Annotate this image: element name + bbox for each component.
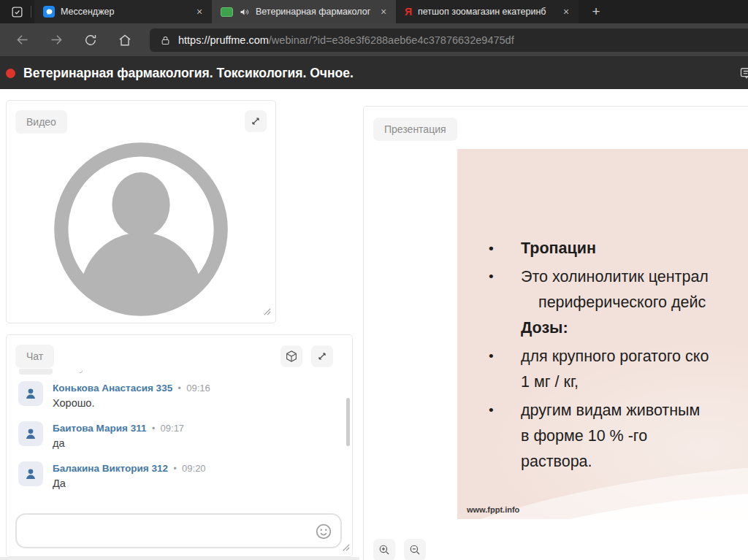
chat-message: Конькова Анастасия 335 • 09:16 Хорошо. xyxy=(18,381,337,409)
slide-text: Это холинолитик централ xyxy=(521,266,709,287)
chat-message: Баитова Мария 311 • 09:17 да xyxy=(18,421,337,449)
forward-icon[interactable] xyxy=(44,28,69,53)
yandex-icon: Я xyxy=(405,6,412,18)
tab-webinar-active[interactable]: Ветеринарная фармаколог × xyxy=(212,0,396,23)
user-avatar-icon xyxy=(18,461,43,486)
tab-close-icon[interactable]: × xyxy=(377,5,390,18)
video-panel-label: Видео xyxy=(15,110,67,134)
slide-text: для крупного рогатого ско xyxy=(521,346,709,367)
slide-text: периферического дейс xyxy=(521,292,706,312)
scrolled-partial-message xyxy=(19,369,53,375)
bullet-glyph xyxy=(489,426,521,446)
message-time: 09:17 xyxy=(161,423,185,434)
video-panel: Видео xyxy=(6,100,276,323)
message-text: Да xyxy=(53,477,206,489)
chat-panel-label: Чат xyxy=(15,345,54,368)
tab-messenger[interactable]: Мессенджер × xyxy=(34,0,212,23)
browser-tab-bar: Мессенджер × Ветеринарная фармаколог × Я… xyxy=(0,0,748,23)
slide-text: 1 мг / кг, xyxy=(521,372,579,392)
refresh-icon[interactable] xyxy=(78,28,103,53)
user-avatar-icon xyxy=(18,381,43,406)
new-tab-button[interactable]: + xyxy=(587,4,605,20)
slide-line: 1 мг / кг, xyxy=(457,372,748,392)
bullet-glyph xyxy=(489,451,521,472)
browser-toolbar: https://pruffme.com/webinar/?id=e38e3f62… xyxy=(0,23,748,57)
chat-message-list: Конькова Анастасия 335 • 09:16 Хорошо. Б… xyxy=(18,381,337,502)
messenger-icon xyxy=(43,6,55,18)
video-resize-handle[interactable] xyxy=(263,305,271,318)
slide-text: раствора. xyxy=(521,451,592,472)
bullet-glyph xyxy=(489,292,521,312)
webinar-title: Ветеринарная фармакология. Токсикология.… xyxy=(23,66,354,81)
chat-panel: Чат ◞ Конькова Анастасия 335 • 09:16 xyxy=(6,334,353,557)
message-author: Конькова Анастасия 335 xyxy=(53,383,172,394)
tab-close-icon[interactable]: × xyxy=(560,5,573,18)
speaker-avatar-placeholder xyxy=(53,142,229,320)
slide-text: другим видам животным xyxy=(521,400,700,421)
tab-title: Ветеринарная фармаколог xyxy=(256,7,371,17)
bullet-glyph xyxy=(489,318,521,338)
chat-expand-button[interactable] xyxy=(311,345,333,367)
tab-close-icon[interactable]: × xyxy=(193,5,206,18)
tab-actions-menu-icon[interactable] xyxy=(6,0,28,23)
message-author: Баитова Мария 311 xyxy=(53,423,146,434)
message-time: 09:20 xyxy=(182,463,206,474)
slide-line: в форме 10 % -го xyxy=(457,426,748,446)
scrolled-partial-mark: ◞ xyxy=(80,366,83,374)
presentation-slide: • Тропацин • Это холинолитик централ пер… xyxy=(457,149,748,519)
address-bar[interactable]: https://pruffme.com/webinar/?id=e38e3f62… xyxy=(150,28,748,52)
bullet-glyph: • xyxy=(489,346,521,367)
back-icon[interactable] xyxy=(9,28,34,53)
message-separator: • xyxy=(173,464,176,474)
tab-yandex-search[interactable]: Я петшоп зоомагазин екатеринб × xyxy=(396,0,579,23)
tab-title: петшоп зоомагазин екатеринб xyxy=(418,7,554,17)
chat-scrollbar[interactable] xyxy=(346,398,350,446)
chat-3d-cube-button[interactable] xyxy=(280,345,302,367)
message-time: 09:16 xyxy=(186,383,210,394)
emoji-smiley-icon[interactable] xyxy=(314,522,333,544)
header-chat-icon[interactable] xyxy=(739,66,748,83)
slide-line: • Это холинолитик централ xyxy=(457,266,748,287)
zoom-out-button[interactable] xyxy=(404,539,426,560)
user-avatar-icon xyxy=(18,421,43,446)
slide-line: • для крупного рогатого ско xyxy=(457,346,748,367)
url-path: /webinar/?id=e38e3f6288aeb6e4c37876632e9… xyxy=(269,34,514,46)
bullet-glyph: • xyxy=(489,238,521,258)
slide-line: периферического дейс xyxy=(457,292,748,312)
slide-text: в форме 10 % -го xyxy=(521,426,647,446)
bullet-glyph: • xyxy=(489,266,521,287)
webinar-header: Ветеринарная фармакология. Токсикология.… xyxy=(0,57,748,89)
slide-content: • Тропацин • Это холинолитик централ пер… xyxy=(457,238,748,477)
url-host: https://pruffme.com xyxy=(178,34,269,46)
tab-title: Мессенджер xyxy=(61,7,187,17)
presentation-panel: Презентация • Тропацин • Это холинолитик… xyxy=(363,106,748,560)
lock-icon xyxy=(160,35,171,46)
slide-text: Дозы: xyxy=(521,318,568,338)
recording-dot-icon xyxy=(6,69,15,78)
message-author: Балакина Виктория 312 xyxy=(53,463,168,474)
bullet-glyph: • xyxy=(489,400,521,421)
camera-sharing-icon xyxy=(221,7,233,17)
tab-divider xyxy=(31,6,31,18)
slide-footer-watermark: www.fppt.info xyxy=(467,505,519,514)
browser-window: Мессенджер × Ветеринарная фармаколог × Я… xyxy=(0,0,748,560)
presentation-panel-label: Презентация xyxy=(373,118,457,141)
page-bottom-edge xyxy=(0,557,359,560)
slide-line: • другим видам животным xyxy=(457,400,748,421)
message-text: да xyxy=(53,437,184,449)
bullet-glyph xyxy=(489,372,521,392)
slide-line: Дозы: xyxy=(457,318,748,338)
message-separator: • xyxy=(152,423,155,434)
chat-message-input[interactable] xyxy=(15,513,342,548)
chat-resize-handle[interactable] xyxy=(342,541,350,554)
video-expand-button[interactable] xyxy=(245,110,267,132)
slide-line: • Тропацин xyxy=(457,238,748,258)
slide-text: Тропацин xyxy=(521,238,596,258)
tab-audio-speaker-icon[interactable] xyxy=(239,7,250,18)
zoom-in-button[interactable] xyxy=(373,539,395,560)
message-text: Хорошо. xyxy=(53,397,210,409)
home-icon[interactable] xyxy=(112,28,137,53)
chat-message: Балакина Виктория 312 • 09:20 Да xyxy=(18,461,337,489)
slide-line: раствора. xyxy=(457,451,748,472)
message-separator: • xyxy=(178,383,181,394)
